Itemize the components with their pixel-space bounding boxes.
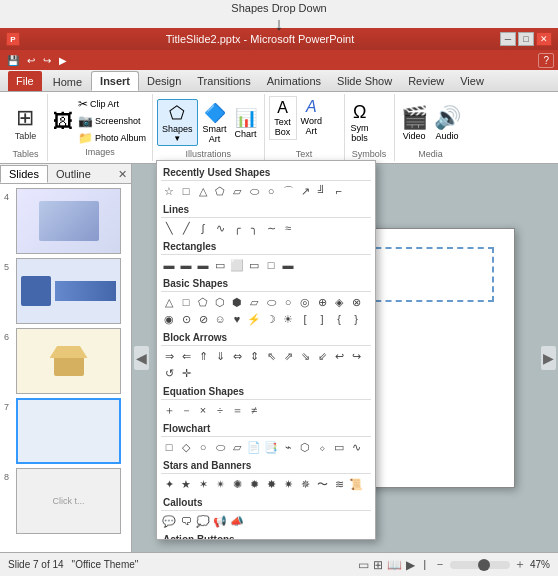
play-qa-button[interactable]: ▶: [56, 54, 70, 67]
ba-lr[interactable]: ⇔: [229, 348, 245, 364]
star-16[interactable]: ✹: [246, 476, 262, 492]
banner-wave1[interactable]: 〜: [314, 476, 330, 492]
view-sorter-button[interactable]: ⊞: [373, 558, 383, 572]
minimize-button[interactable]: ─: [500, 32, 516, 46]
star-8[interactable]: ✴: [212, 476, 228, 492]
shape-tri[interactable]: △: [195, 183, 211, 199]
photo-album-button[interactable]: 📁 Photo Album: [76, 130, 148, 146]
fc-start[interactable]: ○: [195, 439, 211, 455]
shape-circ[interactable]: ○: [263, 183, 279, 199]
sidebar-close-button[interactable]: ✕: [114, 166, 131, 183]
basic-sun[interactable]: ☀: [280, 311, 296, 327]
line-curve1[interactable]: ╭: [229, 220, 245, 236]
callout-line1[interactable]: 📢: [212, 513, 228, 529]
basic-oct[interactable]: ⬢: [229, 294, 245, 310]
slide-thumb-7[interactable]: 7: [4, 398, 127, 464]
table-button[interactable]: ⊞ Table: [11, 96, 41, 149]
clip-art-button[interactable]: ✂ Clip Art: [76, 96, 148, 112]
ba-quad[interactable]: ✛: [178, 365, 194, 381]
close-button[interactable]: ✕: [536, 32, 552, 46]
shape-lshape[interactable]: ⌐: [331, 183, 347, 199]
help-button[interactable]: ?: [538, 53, 554, 68]
shape-arc[interactable]: ⌒: [280, 183, 296, 199]
star-4[interactable]: ✦: [161, 476, 177, 492]
tab-home[interactable]: Home: [44, 71, 91, 91]
line-z1[interactable]: ∫: [195, 220, 211, 236]
star-burst3[interactable]: ✵: [297, 476, 313, 492]
basic-moon[interactable]: ☽: [263, 311, 279, 327]
line-diag2[interactable]: ╱: [178, 220, 194, 236]
slide-thumb-4[interactable]: 4: [4, 188, 127, 254]
rect-5[interactable]: ⬜: [229, 257, 245, 273]
shape-para[interactable]: ▱: [229, 183, 245, 199]
shape-rect[interactable]: □: [178, 183, 194, 199]
shape-star[interactable]: ☆: [161, 183, 177, 199]
fc-manual-input[interactable]: ⬦: [314, 439, 330, 455]
basic-para[interactable]: ▱: [246, 294, 262, 310]
shape-pent[interactable]: ⬠: [212, 183, 228, 199]
ba-ud[interactable]: ⇕: [246, 348, 262, 364]
zoom-in-button[interactable]: ＋: [514, 556, 526, 573]
tab-design[interactable]: Design: [139, 71, 189, 91]
fc-decision[interactable]: ◇: [178, 439, 194, 455]
shape-corner[interactable]: ╝: [314, 183, 330, 199]
fc-prep[interactable]: ⬡: [297, 439, 313, 455]
ba-diag-ur[interactable]: ⇗: [280, 348, 296, 364]
shape-arrow[interactable]: ↗: [297, 183, 313, 199]
view-slideshow-button[interactable]: ▶: [406, 558, 415, 572]
tab-slideshow[interactable]: Slide Show: [329, 71, 400, 91]
star-burst2[interactable]: ✷: [280, 476, 296, 492]
nav-arrow-right[interactable]: ▶: [541, 346, 556, 370]
eq-notequal[interactable]: ≠: [246, 402, 262, 418]
line-curve2[interactable]: ╮: [246, 220, 262, 236]
fc-cylinder[interactable]: ⬭: [212, 439, 228, 455]
callout-round[interactable]: 🗨: [178, 513, 194, 529]
ba-right[interactable]: ⇒: [161, 348, 177, 364]
wordart-button[interactable]: A Word Art: [299, 96, 324, 138]
basic-heart[interactable]: ♥: [229, 311, 245, 327]
basic-rect[interactable]: □: [178, 294, 194, 310]
fc-process[interactable]: □: [161, 439, 177, 455]
ba-diag-ul[interactable]: ⇖: [263, 348, 279, 364]
chart-button[interactable]: 📊 Chart: [232, 105, 260, 141]
rect-7[interactable]: □: [263, 257, 279, 273]
fc-card[interactable]: ▭: [331, 439, 347, 455]
basic-cross[interactable]: ⊗: [348, 294, 364, 310]
slide-thumb-8[interactable]: 8 Click t...: [4, 468, 127, 534]
eq-plus[interactable]: ＋: [161, 402, 177, 418]
tab-review[interactable]: Review: [400, 71, 452, 91]
basic-ring[interactable]: ⊙: [178, 311, 194, 327]
rect-6[interactable]: ▭: [246, 257, 262, 273]
callout-rect[interactable]: 💬: [161, 513, 177, 529]
star-5[interactable]: ★: [178, 476, 194, 492]
redo-qa-button[interactable]: ↪: [40, 54, 54, 67]
fc-manual[interactable]: ▱: [229, 439, 245, 455]
ba-diag-dl[interactable]: ⇙: [314, 348, 330, 364]
ba-u-turn[interactable]: ↺: [161, 365, 177, 381]
maximize-button[interactable]: □: [518, 32, 534, 46]
basic-no[interactable]: ⊘: [195, 311, 211, 327]
line-diag1[interactable]: ╲: [161, 220, 177, 236]
line-wave[interactable]: ∼: [263, 220, 279, 236]
fc-multi-doc[interactable]: 📑: [263, 439, 279, 455]
rect-1[interactable]: ▬: [161, 257, 177, 273]
banner-scroll[interactable]: 📜: [348, 476, 364, 492]
shape-ellipse[interactable]: ⬭: [246, 183, 262, 199]
fc-tape[interactable]: ∿: [348, 439, 364, 455]
eq-equals[interactable]: ＝: [229, 402, 245, 418]
line-dbl-wave[interactable]: ≈: [280, 220, 296, 236]
slide-thumb-5[interactable]: 5: [4, 258, 127, 324]
ba-left[interactable]: ⇐: [178, 348, 194, 364]
line-z2[interactable]: ∿: [212, 220, 228, 236]
undo-qa-button[interactable]: ↩: [24, 54, 38, 67]
ba-curved-l[interactable]: ↪: [348, 348, 364, 364]
view-reading-button[interactable]: 📖: [387, 558, 402, 572]
basic-smile[interactable]: ☺: [212, 311, 228, 327]
symbols-button[interactable]: Ω Sym bols: [349, 100, 371, 145]
basic-target[interactable]: ◎: [297, 294, 313, 310]
save-qa-button[interactable]: 💾: [4, 54, 22, 67]
star-6[interactable]: ✶: [195, 476, 211, 492]
nav-arrow-left[interactable]: ◀: [134, 346, 149, 370]
fc-store[interactable]: ⌁: [280, 439, 296, 455]
banner-wave2[interactable]: ≋: [331, 476, 347, 492]
